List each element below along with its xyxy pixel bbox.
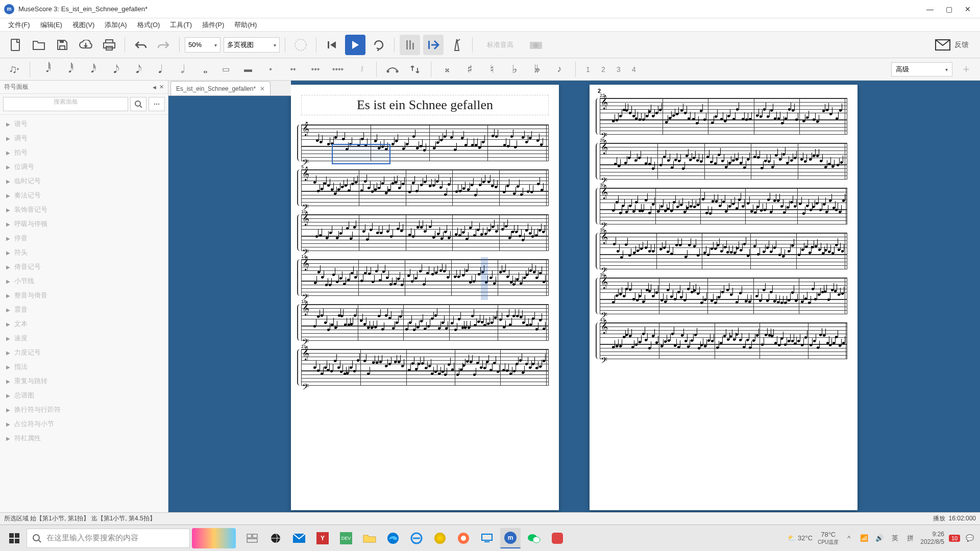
menu-view[interactable]: 视图(V): [67, 19, 100, 31]
palette-item[interactable]: ▶位调号: [0, 160, 168, 174]
taskbar-app-icon[interactable]: DEV: [336, 528, 356, 548]
tray-action-center-button[interactable]: 💬: [965, 534, 975, 542]
menu-file[interactable]: 文件(F): [3, 19, 35, 31]
taskbar-app-icon[interactable]: [477, 528, 497, 548]
palette-item[interactable]: ▶力度记号: [0, 345, 168, 360]
rest-button[interactable]: 𝄽: [352, 60, 369, 79]
voice-1-button[interactable]: 1: [583, 65, 593, 73]
triple-dot-button[interactable]: •••: [307, 60, 324, 79]
palette-close-button[interactable]: ✕: [159, 84, 164, 90]
sharp-button[interactable]: ♯: [461, 60, 478, 79]
palette-item[interactable]: ▶总谱图: [0, 388, 168, 403]
taskbar-app-icon[interactable]: Y: [312, 528, 333, 548]
play-button[interactable]: [345, 35, 365, 55]
image-capture-button[interactable]: [290, 35, 311, 55]
taskbar-edge-icon[interactable]: [383, 528, 403, 548]
palette-item[interactable]: ▶小节线: [0, 274, 168, 288]
palette-item[interactable]: ▶文本: [0, 317, 168, 331]
palette-search-button[interactable]: [130, 97, 146, 111]
count-in-button[interactable]: [400, 35, 420, 55]
staff-system[interactable]: 22𝄞𝄢: [600, 98, 847, 135]
taskbar-ie-icon[interactable]: [406, 528, 427, 548]
note-input-mode-button[interactable]: ♫▾: [5, 60, 22, 79]
palette-item[interactable]: ▶整音与倚音: [0, 288, 168, 303]
menu-add[interactable]: 添加(A): [100, 19, 132, 31]
workspace-select[interactable]: 高级: [891, 62, 952, 77]
screenshot-button[interactable]: [526, 35, 546, 55]
task-view-button[interactable]: [242, 528, 262, 548]
palette-item[interactable]: ▶震音: [0, 303, 168, 317]
palette-item[interactable]: ▶停音: [0, 231, 168, 245]
staff-system[interactable]: 39𝄞𝄢: [600, 278, 847, 314]
staff-system[interactable]: 21𝄞𝄢: [301, 349, 549, 386]
duration-32nd-button[interactable]: 𝅘𝅥𝅱: [60, 60, 77, 79]
staff-system[interactable]: 𝄞𝄢: [301, 124, 549, 161]
score-page-2[interactable]: 2 22𝄞𝄢26𝄞𝄢30𝄞𝄢35𝄞𝄢39𝄞𝄢43𝄞𝄢: [590, 85, 857, 510]
undo-button[interactable]: [130, 35, 151, 55]
weather-widget[interactable]: ⛅32°C: [788, 534, 813, 542]
palette-item[interactable]: ▶奏法记号: [0, 188, 168, 203]
natural-button[interactable]: ♮: [483, 60, 501, 79]
redo-button[interactable]: [154, 35, 174, 55]
palette-list[interactable]: ▶谱号 ▶调号 ▶拍号 ▶位调号 ▶临时记号 ▶奏法记号 ▶装饰音记号 ▶呼吸与…: [0, 115, 168, 512]
tray-clock[interactable]: 9:262022/8/5: [920, 531, 944, 545]
palette-item[interactable]: ▶谱号: [0, 117, 168, 131]
zoom-select[interactable]: 50%: [185, 37, 220, 53]
print-button[interactable]: [99, 35, 119, 55]
taskbar-app-icon[interactable]: [430, 528, 450, 548]
palette-item[interactable]: ▶换行符与行距符: [0, 403, 168, 417]
concert-pitch-label[interactable]: 标准音高: [487, 40, 513, 49]
tie-button[interactable]: [384, 60, 401, 79]
duration-long-button[interactable]: ▬: [239, 60, 257, 79]
tray-notification-button[interactable]: 10: [949, 535, 960, 542]
voice-2-button[interactable]: 2: [598, 65, 608, 73]
palette-item[interactable]: ▶调号: [0, 131, 168, 145]
save-button[interactable]: [52, 35, 72, 55]
flat-button[interactable]: ♭: [506, 60, 523, 79]
taskbar-app-icon[interactable]: [265, 528, 286, 548]
staff-system[interactable]: 30𝄞𝄢: [600, 188, 847, 224]
palette-item[interactable]: ▶速度: [0, 331, 168, 345]
feedback-mail-icon[interactable]: [935, 39, 950, 51]
palette-item[interactable]: ▶临时记号: [0, 174, 168, 188]
add-workspace-button[interactable]: +: [958, 60, 975, 79]
palette-undock-button[interactable]: ◄: [152, 84, 157, 90]
palette-item[interactable]: ▶符头: [0, 245, 168, 260]
double-dot-button[interactable]: ••: [284, 60, 302, 79]
tray-volume-icon[interactable]: 🔊: [874, 534, 885, 542]
duration-breve-button[interactable]: ▭: [217, 60, 234, 79]
view-mode-select[interactable]: 多页视图: [224, 37, 280, 53]
pan-button[interactable]: [423, 35, 444, 55]
staff-system[interactable]: 43𝄞𝄢: [600, 322, 847, 359]
staff-system[interactable]: 5𝄞𝄢: [301, 169, 549, 206]
close-button[interactable]: ✕: [965, 5, 971, 13]
start-button[interactable]: [2, 528, 27, 548]
tray-network-icon[interactable]: 📶: [859, 534, 869, 542]
duration-8th-alt-button[interactable]: 𝅘𝅥𝅮: [127, 60, 144, 79]
voice-3-button[interactable]: 3: [614, 65, 624, 73]
ime-mode[interactable]: 拼: [905, 534, 915, 543]
menu-tools[interactable]: 工具(T): [165, 19, 197, 31]
maximize-button[interactable]: ▢: [946, 5, 952, 13]
palette-item[interactable]: ▶重复与跳转: [0, 374, 168, 388]
staff-system[interactable]: 35𝄞𝄢: [600, 233, 847, 269]
taskbar-search-input[interactable]: 在这里输入你要搜索的内容: [27, 529, 190, 548]
staff-system[interactable]: 14𝄞𝄢: [301, 259, 549, 296]
menu-format[interactable]: 格式(O): [132, 19, 165, 31]
double-sharp-button[interactable]: 𝄪: [438, 60, 456, 79]
duration-8th-button[interactable]: 𝅘𝅥𝅮: [105, 60, 122, 79]
taskbar-musescore-icon[interactable]: m: [500, 528, 521, 548]
palette-item[interactable]: ▶呼吸与停顿: [0, 217, 168, 231]
tab-close-button[interactable]: ✕: [260, 85, 265, 92]
taskbar-app-icon[interactable]: [547, 528, 568, 548]
voice-4-button[interactable]: 4: [629, 65, 639, 73]
palette-search-input[interactable]: 搜索面板: [3, 97, 128, 111]
staff-system[interactable]: 10𝄞𝄢: [301, 214, 549, 251]
taskbar-mail-icon[interactable]: [289, 528, 309, 548]
ime-lang[interactable]: 英: [890, 534, 900, 543]
minimize-button[interactable]: —: [926, 5, 934, 13]
flip-direction-button[interactable]: [406, 60, 424, 79]
duration-64th-button[interactable]: 𝅘𝅥𝅲: [37, 60, 55, 79]
palette-item[interactable]: ▶符杠属性: [0, 431, 168, 445]
staff-system[interactable]: 18𝄞𝄢: [301, 304, 549, 341]
